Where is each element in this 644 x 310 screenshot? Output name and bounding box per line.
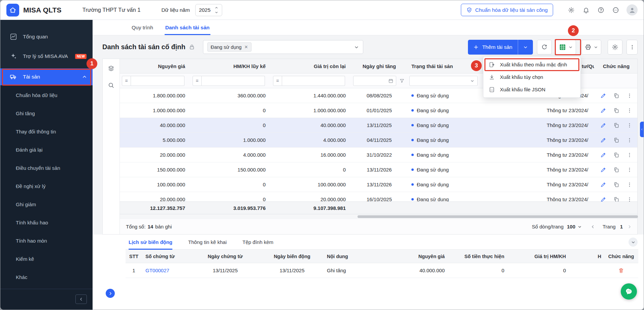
sidebar-subitem-chuan-hoa[interactable]: Chuẩn hóa dữ liệu (0, 86, 93, 104)
sidebar-item-tong-quan[interactable]: Tổng quan (0, 29, 93, 45)
status-filter-select[interactable]: Đang sử dụng ✕ (203, 40, 363, 54)
col-header-trang-thai[interactable]: Trạng thái tài sản (407, 63, 481, 69)
layers-icon[interactable] (108, 65, 114, 72)
search-icon[interactable] (108, 82, 114, 89)
collapse-detail-button[interactable] (629, 238, 638, 247)
col-header-nguyen-gia[interactable]: Nguyên giá (120, 63, 191, 69)
expand-rail-button[interactable] (106, 289, 115, 298)
filter-input-gia-tri-con-lai[interactable] (282, 76, 345, 86)
edit-icon[interactable] (600, 122, 606, 128)
sidebar-subitem-ghi-giam[interactable]: Ghi giảm (0, 195, 93, 213)
asset-row[interactable]: 40.000.000040.000.00013/11/2025Đang sử d… (120, 118, 637, 133)
sidebar-item-tai-san[interactable]: Tài sản (0, 68, 93, 85)
copy-icon[interactable] (613, 152, 619, 158)
copy-icon[interactable] (613, 167, 619, 173)
year-select[interactable]: 2025 (195, 4, 222, 16)
menu-item-export-default-template[interactable]: Xuất khẩu theo mẫu mặc định (483, 58, 580, 71)
menu-item-export-json[interactable]: { } Xuất khẩu file JSON (483, 83, 580, 96)
row-more-icon[interactable] (626, 196, 633, 202)
normalize-data-button[interactable]: Chuẩn hóa dữ liệu tài sản công (461, 4, 553, 16)
filter-status-select[interactable] (409, 76, 478, 86)
tab-tep-dinh-kem[interactable]: Tệp đính kèm (242, 235, 273, 249)
equals-operator[interactable]: = (273, 76, 282, 86)
copy-icon[interactable] (613, 182, 619, 188)
scrollbar-thumb[interactable] (358, 215, 638, 218)
col-header-hmkh-luy-ke[interactable]: HM/KH lũy kế (191, 63, 271, 69)
col-header-ngay-chung-tu[interactable]: Ngày chứng từ (189, 254, 261, 259)
sidebar-subitem-de-nghi-xu-ly[interactable]: Đề nghị xử lý (0, 177, 93, 195)
horizontal-scrollbar[interactable] (120, 214, 637, 219)
remove-chip-icon[interactable]: ✕ (244, 44, 248, 50)
tab-danh-sach-tai-san[interactable]: Danh sách tài sản (165, 20, 210, 35)
right-panel-expander[interactable] (640, 122, 644, 137)
col-header-h[interactable]: H (571, 254, 604, 259)
year-stepper[interactable] (214, 6, 218, 14)
filter-input-nguyen-gia[interactable] (131, 76, 184, 86)
copy-icon[interactable] (613, 196, 619, 202)
col-header-noi-dung[interactable]: Nội dung (323, 254, 386, 259)
sidebar-subitem-danh-gia-lai[interactable]: Đánh giá lại (0, 141, 93, 159)
equals-operator[interactable]: = (122, 76, 131, 86)
asset-row[interactable]: 5.000.0001.000.0004.000.00004/11/2025Đan… (120, 133, 637, 148)
col-header-gia-tri-con-lai[interactable]: Giá trị còn lại (271, 63, 351, 69)
prev-page-icon[interactable] (590, 224, 595, 229)
filter-input-hmkh[interactable] (202, 76, 265, 86)
sidebar-subitem-dieu-chuyen[interactable]: Điều chuyển tài sản (0, 159, 93, 177)
avatar[interactable] (626, 4, 638, 16)
copy-icon[interactable] (613, 137, 619, 143)
asset-row[interactable]: 100.000.0000100.000.00013/11/2026Đang sử… (120, 177, 637, 192)
add-asset-dropdown-button[interactable] (518, 40, 533, 55)
delete-icon[interactable] (604, 268, 638, 274)
edit-icon[interactable] (600, 137, 606, 143)
copy-icon[interactable] (613, 93, 619, 99)
document-link[interactable]: GT000027 (142, 268, 189, 273)
tab-lich-su-bien-dong[interactable]: Lịch sử biến động (129, 235, 172, 249)
sidebar-subitem-tinh-khau-hao[interactable]: Tính khấu hao (0, 213, 93, 231)
app-logo[interactable] (6, 4, 19, 17)
add-asset-button[interactable]: Thêm tài sản (468, 40, 518, 55)
export-excel-button[interactable] (555, 40, 576, 55)
edit-icon[interactable] (600, 167, 606, 173)
more-apps-icon[interactable] (612, 7, 620, 13)
row-more-icon[interactable] (626, 107, 633, 114)
detail-table-row[interactable]: 1 GT000027 13/11/2025 13/11/2025 Ghi tăn… (126, 263, 638, 278)
col-header-chuc-nang[interactable]: Chức năng (604, 254, 638, 259)
col-header-chuc-nang[interactable]: Chức năng (594, 63, 638, 69)
filter-date-input[interactable] (353, 76, 396, 86)
menu-item-export-custom[interactable]: Xuất khẩu tùy chọn (483, 71, 580, 83)
tab-thong-tin-ke-khai[interactable]: Thông tin kê khai (188, 235, 227, 249)
notifications-icon[interactable] (582, 7, 590, 13)
support-chat-button[interactable] (621, 283, 637, 300)
funnel-icon[interactable] (399, 78, 405, 84)
table-settings-button[interactable] (608, 40, 622, 55)
sidebar-item-tro-ly-so[interactable]: Trợ lý số MISA AVA NEW (0, 48, 93, 64)
sidebar-collapse-button[interactable] (75, 294, 87, 304)
row-more-icon[interactable] (626, 137, 633, 143)
edit-icon[interactable] (600, 152, 606, 158)
edit-icon[interactable] (600, 196, 606, 202)
edit-icon[interactable] (600, 93, 606, 99)
edit-icon[interactable] (600, 182, 606, 188)
asset-row[interactable]: 150.000.000150.000.000013/11/2026Đang sử… (120, 162, 637, 177)
asset-row[interactable]: 20.000.000020.000.00016/10/2025Đang sử d… (120, 192, 637, 202)
copy-icon[interactable] (613, 122, 619, 128)
row-more-icon[interactable] (626, 152, 633, 158)
asset-row[interactable]: 1.000.000.00001.000.000.00001/01/2025Đan… (120, 103, 637, 118)
next-page-icon[interactable] (627, 224, 632, 229)
col-header-gia-tri-hmkh[interactable]: Giá trị HM/KH (510, 254, 571, 259)
col-header-so-tien-thuc-hien[interactable]: Số tiền thực hiện (450, 254, 510, 259)
sidebar-subitem-ghi-tang[interactable]: Ghi tăng (0, 104, 93, 122)
copy-icon[interactable] (613, 107, 619, 114)
col-header-stt[interactable]: STT (126, 254, 142, 259)
row-more-icon[interactable] (626, 122, 633, 128)
asset-row[interactable]: 20.000.0004.000.00016.000.00031/10/2022Đ… (120, 148, 637, 162)
col-header-nguyen-gia[interactable]: Nguyên giá (386, 254, 450, 259)
col-header-ngay-bien-dong[interactable]: Ngày biến động (261, 254, 323, 259)
org-name[interactable]: Trường THPT Tư vấn 1 (82, 7, 141, 13)
row-more-icon[interactable] (626, 167, 633, 173)
sidebar-subitem-tinh-hao-mon[interactable]: Tính hao mòn (0, 231, 93, 250)
row-more-icon[interactable] (626, 93, 633, 99)
sidebar-subitem-kiem-ke[interactable]: Kiểm kê (0, 250, 93, 268)
print-button[interactable] (581, 40, 601, 55)
equals-operator[interactable]: = (193, 76, 202, 86)
